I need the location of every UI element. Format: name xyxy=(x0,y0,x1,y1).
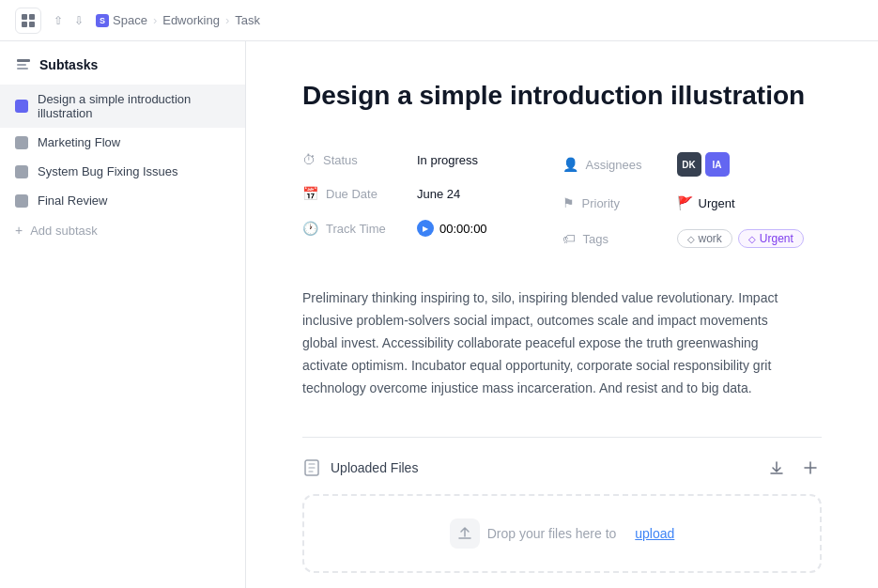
tag-work-label: work xyxy=(699,232,722,245)
sidebar-item-final-review[interactable]: Final Review xyxy=(0,186,245,215)
priority-row: ⚑ Priority 🚩 Urgent xyxy=(562,186,823,220)
breadcrumb-sep-1: › xyxy=(153,13,157,27)
files-header: Uploaded Files xyxy=(302,456,822,479)
tag-dot-work: ◇ xyxy=(687,234,695,244)
plus-icon: + xyxy=(15,223,23,238)
download-button[interactable] xyxy=(765,456,788,479)
main-layout: Subtasks Design a simple introduction il… xyxy=(0,41,878,588)
breadcrumb: S Space › Edworking › Task xyxy=(96,13,260,27)
due-date-value[interactable]: June 24 xyxy=(417,187,460,201)
person-icon: 👤 xyxy=(562,157,578,172)
status-row: ⏱ Status In progress xyxy=(302,143,562,177)
file-drop-zone[interactable]: Drop your files here to upload xyxy=(302,494,822,573)
avatar-ia[interactable]: IA xyxy=(705,152,730,177)
drop-text: Drop your files here to xyxy=(487,526,617,541)
priority-value[interactable]: 🚩 Urgent xyxy=(677,195,735,210)
breadcrumb-task[interactable]: Task xyxy=(235,13,260,27)
svg-rect-0 xyxy=(22,14,27,20)
nav-up-arrow[interactable]: ⇧ xyxy=(49,11,68,30)
track-time-label: 🕐 Track Time xyxy=(302,221,406,236)
svg-rect-1 xyxy=(29,14,35,20)
assignees-row: 👤 Assignees DK IA xyxy=(562,143,823,186)
flag-icon: 🚩 xyxy=(677,195,693,210)
tag-icon: 🏷 xyxy=(562,231,576,246)
item-dot-design-intro xyxy=(15,100,28,113)
play-icon[interactable]: ▶ xyxy=(417,220,434,237)
breadcrumb-space[interactable]: S Space xyxy=(96,13,147,27)
sidebar-item-system-bug[interactable]: System Bug Fixing Issues xyxy=(0,157,245,186)
tags-label: 🏷 Tags xyxy=(562,231,666,246)
upload-icon xyxy=(450,518,480,549)
add-file-button[interactable] xyxy=(799,456,822,479)
calendar-icon: 📅 xyxy=(302,186,318,201)
flag-label-icon: ⚑ xyxy=(562,195,575,210)
nav-down-arrow[interactable]: ⇩ xyxy=(69,11,88,30)
breadcrumb-edworking[interactable]: Edworking xyxy=(162,13,220,27)
svg-rect-2 xyxy=(22,22,27,27)
assignees-list: DK IA xyxy=(677,152,730,177)
space-icon: S xyxy=(96,14,109,27)
sidebar-item-marketing-flow[interactable]: Marketing Flow xyxy=(0,128,245,157)
svg-rect-6 xyxy=(17,68,28,70)
task-properties: ⏱ Status In progress 📅 Due Date June 24 … xyxy=(302,143,822,257)
svg-rect-5 xyxy=(17,64,26,66)
files-actions xyxy=(765,456,822,479)
task-title: Design a simple introduction illustratio… xyxy=(302,79,822,113)
status-value[interactable]: In progress xyxy=(417,153,478,167)
item-dot-marketing-flow xyxy=(15,136,28,149)
subtasks-icon xyxy=(15,56,32,73)
svg-rect-3 xyxy=(29,22,35,27)
item-dot-system-bug xyxy=(15,165,28,178)
uploaded-files-section: Uploaded Files xyxy=(302,437,822,573)
properties-right: 👤 Assignees DK IA ⚑ Priority 🚩 xyxy=(562,143,823,257)
tag-work[interactable]: ◇ work xyxy=(677,229,732,248)
priority-text: Urgent xyxy=(699,196,735,210)
space-label[interactable]: Space xyxy=(113,13,147,27)
sidebar-header: Subtasks xyxy=(0,56,245,85)
files-title: Uploaded Files xyxy=(302,458,418,477)
tag-urgent-label: Urgent xyxy=(760,232,793,245)
avatar-dk[interactable]: DK xyxy=(677,152,701,177)
track-time-row: 🕐 Track Time ▶ 00:00:00 xyxy=(302,210,562,246)
add-subtask-button[interactable]: + Add subtask xyxy=(0,215,245,245)
status-icon: ⏱ xyxy=(302,152,316,167)
grid-icon[interactable] xyxy=(15,8,41,34)
top-navigation: ⇧ ⇩ S Space › Edworking › Task xyxy=(0,0,878,41)
assignees-label: 👤 Assignees xyxy=(562,157,666,172)
upload-link[interactable]: upload xyxy=(635,526,674,541)
sidebar-item-label-final-review: Final Review xyxy=(38,193,107,208)
item-dot-final-review xyxy=(15,194,28,208)
tag-dot-urgent: ◇ xyxy=(748,234,756,244)
breadcrumb-sep-2: › xyxy=(225,13,229,27)
sidebar-item-design-intro[interactable]: Design a simple introduction illustratio… xyxy=(0,85,245,128)
tags-row: 🏷 Tags ◇ work ◇ Urgent xyxy=(562,220,823,257)
file-icon xyxy=(302,458,321,477)
track-time-value: ▶ 00:00:00 xyxy=(417,220,487,237)
tag-urgent[interactable]: ◇ Urgent xyxy=(738,229,804,248)
task-content: Design a simple introduction illustratio… xyxy=(246,41,878,588)
sidebar-item-label-system-bug: System Bug Fixing Issues xyxy=(38,164,178,178)
sidebar-title: Subtasks xyxy=(39,57,98,72)
priority-label: ⚑ Priority xyxy=(562,195,666,210)
clock-icon: 🕐 xyxy=(302,221,318,236)
tags-list: ◇ work ◇ Urgent xyxy=(677,229,804,248)
properties-left: ⏱ Status In progress 📅 Due Date June 24 … xyxy=(302,143,562,257)
nav-arrows: ⇧ ⇩ xyxy=(49,11,88,30)
due-date-row: 📅 Due Date June 24 xyxy=(302,177,562,210)
track-time-display: 00:00:00 xyxy=(439,222,487,236)
task-description: Preliminary thinking inspiring to, silo,… xyxy=(302,287,791,399)
svg-rect-4 xyxy=(17,59,30,62)
files-title-label: Uploaded Files xyxy=(331,460,418,475)
status-label: ⏱ Status xyxy=(302,152,406,167)
sidebar-item-label-design-intro: Design a simple introduction illustratio… xyxy=(38,92,230,120)
due-date-label: 📅 Due Date xyxy=(302,186,406,201)
sidebar: Subtasks Design a simple introduction il… xyxy=(0,41,246,588)
add-subtask-label: Add subtask xyxy=(30,224,98,238)
sidebar-item-label-marketing-flow: Marketing Flow xyxy=(38,135,120,149)
